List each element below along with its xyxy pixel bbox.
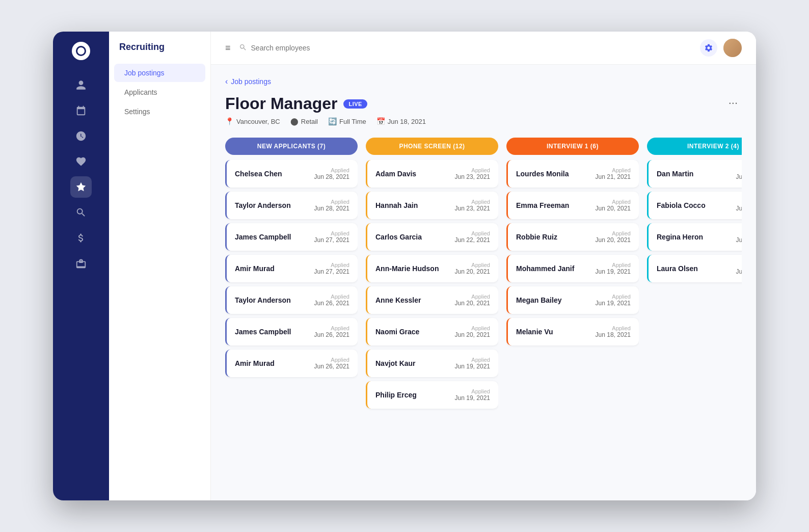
- applied-label: Applied: [314, 230, 349, 236]
- applied-label: Applied: [455, 357, 490, 363]
- column-header-interview2: INTERVIEW 2 (4): [647, 138, 742, 155]
- applied-label: Applied: [314, 325, 349, 331]
- sidebar-icon-badge[interactable]: [70, 253, 92, 274]
- applicant-card[interactable]: Megan BaileyAppliedJun 19, 2021: [506, 286, 639, 314]
- header-right: [700, 39, 742, 57]
- meta-date: 📅 Jun 18, 2021: [376, 117, 426, 125]
- sidebar-logo[interactable]: [72, 42, 90, 60]
- applied-info: AppliedJun 18, 2021: [736, 199, 742, 212]
- applicant-name: Anne Kessler: [375, 296, 421, 304]
- applicant-name: Hannah Jain: [375, 201, 418, 209]
- search-container: [239, 43, 353, 53]
- applied-date: Jun 26, 2021: [314, 331, 349, 338]
- applied-info: AppliedJun 28, 2021: [314, 167, 349, 180]
- search-icon: [239, 43, 247, 53]
- sidebar-icon-clock[interactable]: [70, 125, 92, 147]
- applicant-card[interactable]: Robbie RuizAppliedJun 20, 2021: [506, 223, 639, 251]
- sidebar-icon-dollar[interactable]: [70, 227, 92, 249]
- applicant-card[interactable]: Carlos GarciaAppliedJun 22, 2021: [366, 223, 498, 251]
- applied-label: Applied: [736, 230, 742, 236]
- applied-label: Applied: [455, 199, 490, 205]
- applicant-card[interactable]: James CampbellAppliedJun 26, 2021: [225, 318, 358, 345]
- applicant-card[interactable]: Ann-Marie HudsonAppliedJun 20, 2021: [366, 255, 498, 282]
- applied-label: Applied: [596, 167, 631, 173]
- applicant-card[interactable]: Taylor AndersonAppliedJun 28, 2021: [225, 192, 358, 219]
- applicant-card[interactable]: Naomi GraceAppliedJun 20, 2021: [366, 318, 498, 345]
- applicant-card[interactable]: Taylor AndersonAppliedJun 26, 2021: [225, 286, 358, 314]
- applicant-card[interactable]: Adam DavisAppliedJun 23, 2021: [366, 160, 498, 188]
- applicant-name: Philip Erceg: [375, 391, 417, 399]
- applicant-card[interactable]: Amir MuradAppliedJun 26, 2021: [225, 350, 358, 377]
- applied-date: Jun 20, 2021: [596, 205, 631, 212]
- search-input[interactable]: [251, 44, 353, 52]
- applicant-card[interactable]: Emma FreemanAppliedJun 20, 2021: [506, 192, 639, 219]
- applied-info: AppliedJun 19, 2021: [455, 357, 490, 370]
- applicant-card[interactable]: Regina HeronAppliedJun 18, 2021: [647, 223, 742, 251]
- applicant-card[interactable]: Dan MartinAppliedJun 19, 2021: [647, 160, 742, 188]
- nav-item-applicants[interactable]: Applicants: [114, 83, 205, 101]
- applicant-name: Amir Murad: [235, 264, 275, 273]
- applied-date: Jun 26, 2021: [314, 300, 349, 307]
- more-options-button[interactable]: ···: [724, 94, 742, 112]
- user-avatar[interactable]: [723, 39, 742, 57]
- sidebar-icon-calendar[interactable]: [70, 100, 92, 121]
- sidebar-icon-star[interactable]: [70, 176, 92, 198]
- applicant-name: James Campbell: [235, 233, 291, 241]
- applied-date: Jun 18, 2021: [736, 236, 742, 244]
- applied-date: Jun 23, 2021: [455, 205, 490, 212]
- applicant-name: Chelsea Chen: [235, 170, 282, 178]
- applicant-card[interactable]: Chelsea ChenAppliedJun 28, 2021: [225, 160, 358, 188]
- applied-label: Applied: [455, 230, 490, 236]
- applicant-name: Laura Olsen: [657, 264, 698, 273]
- applicant-card[interactable]: Melanie VuAppliedJun 18, 2021: [506, 318, 639, 345]
- nav-item-job-postings[interactable]: Job postings: [114, 64, 205, 82]
- applied-info: AppliedJun 19, 2021: [736, 167, 742, 180]
- applied-info: AppliedJun 28, 2021: [314, 199, 349, 212]
- nav-title: Recruiting: [109, 42, 210, 63]
- page-title: Floor Manager: [225, 94, 337, 113]
- applicant-name: Carlos Garcia: [375, 233, 422, 241]
- nav-item-settings[interactable]: Settings: [114, 102, 205, 121]
- applicant-card[interactable]: Anne KesslerAppliedJun 20, 2021: [366, 286, 498, 314]
- app-container: Recruiting Job postings Applicants Setti…: [53, 32, 756, 500]
- applicant-name: Emma Freeman: [516, 201, 569, 209]
- job-meta: 📍 Vancouver, BC ⬤ Retail 🔄 Full Time 📅 J…: [225, 117, 742, 125]
- applicant-name: Megan Bailey: [516, 296, 561, 304]
- column-header-phone: PHONE SCREEN (12): [366, 138, 498, 155]
- settings-icon[interactable]: [700, 39, 717, 57]
- applicant-card[interactable]: Navjot KaurAppliedJun 19, 2021: [366, 350, 498, 377]
- meta-department: ⬤ Retail: [290, 117, 318, 125]
- applied-label: Applied: [596, 262, 631, 268]
- breadcrumb[interactable]: ‹ Job postings: [225, 77, 742, 86]
- applied-info: AppliedJun 26, 2021: [314, 294, 349, 307]
- applied-date: Jun 18, 2021: [736, 268, 742, 275]
- type-icon: 🔄: [328, 117, 337, 125]
- applied-label: Applied: [596, 325, 631, 331]
- applied-info: AppliedJun 22, 2021: [455, 230, 490, 244]
- applicant-card[interactable]: James CampbellAppliedJun 27, 2021: [225, 223, 358, 251]
- main-content: ≡ ‹ Job postings: [211, 32, 756, 500]
- hamburger-icon[interactable]: ≡: [225, 43, 231, 54]
- sidebar-icon-search[interactable]: [70, 202, 92, 223]
- cards-list-interview2: Dan MartinAppliedJun 19, 2021Fabiola Coc…: [647, 160, 742, 488]
- sidebar-icon-person[interactable]: [70, 74, 92, 96]
- job-location: Vancouver, BC: [236, 118, 280, 125]
- applicant-name: Ann-Marie Hudson: [375, 264, 439, 273]
- applicant-card[interactable]: Amir MuradAppliedJun 27, 2021: [225, 255, 358, 282]
- date-icon: 📅: [376, 117, 385, 125]
- applied-date: Jun 19, 2021: [455, 394, 490, 402]
- applicant-card[interactable]: Mohammed JanifAppliedJun 19, 2021: [506, 255, 639, 282]
- applicant-card[interactable]: Fabiola CoccoAppliedJun 18, 2021: [647, 192, 742, 219]
- applicant-card[interactable]: Hannah JainAppliedJun 23, 2021: [366, 192, 498, 219]
- applied-date: Jun 26, 2021: [314, 363, 349, 370]
- applicant-card[interactable]: Lourdes MonilaAppliedJun 21, 2021: [506, 160, 639, 188]
- applied-label: Applied: [596, 199, 631, 205]
- applicant-card[interactable]: Philip ErcegAppliedJun 19, 2021: [366, 381, 498, 409]
- applied-info: AppliedJun 26, 2021: [314, 325, 349, 338]
- applied-date: Jun 18, 2021: [596, 331, 631, 338]
- sidebar-icon-heart[interactable]: [70, 151, 92, 172]
- applicant-card[interactable]: Laura OlsenAppliedJun 18, 2021: [647, 255, 742, 282]
- applied-info: AppliedJun 20, 2021: [596, 199, 631, 212]
- back-arrow: ‹: [225, 77, 228, 86]
- applied-label: Applied: [455, 262, 490, 268]
